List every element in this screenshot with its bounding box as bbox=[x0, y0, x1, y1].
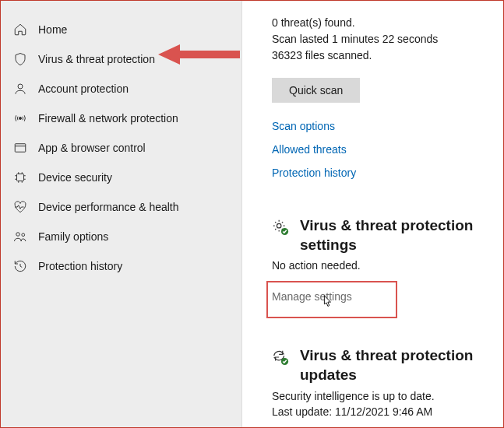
sidebar-item-label: Device security bbox=[38, 171, 112, 184]
family-icon bbox=[13, 230, 27, 244]
updates-section: Virus & threat protection updates Securi… bbox=[272, 346, 494, 417]
sidebar-item-label: Account protection bbox=[38, 82, 129, 95]
settings-section-sub: No action needed. bbox=[272, 259, 494, 272]
sidebar-item-history[interactable]: Protection history bbox=[1, 251, 241, 281]
sidebar-item-home[interactable]: Home bbox=[1, 15, 241, 44]
svg-point-4 bbox=[16, 233, 20, 237]
threats-found: 0 threat(s) found. bbox=[272, 15, 494, 31]
scan-duration: Scan lasted 1 minutes 22 seconds bbox=[272, 31, 494, 47]
updates-section-title: Virus & threat protection updates bbox=[300, 346, 486, 384]
sidebar-item-app-browser[interactable]: App & browser control bbox=[1, 133, 241, 163]
protection-history-link[interactable]: Protection history bbox=[272, 167, 494, 179]
svg-point-1 bbox=[19, 118, 22, 120]
history-icon bbox=[13, 259, 27, 273]
person-icon bbox=[13, 82, 27, 96]
chip-icon bbox=[13, 170, 27, 184]
refresh-check-icon bbox=[272, 349, 289, 366]
allowed-threats-link[interactable]: Allowed threats bbox=[272, 143, 494, 156]
sidebar-item-family[interactable]: Family options bbox=[1, 222, 241, 251]
settings-section: Virus & threat protection settings No ac… bbox=[272, 216, 494, 317]
shield-icon bbox=[13, 52, 27, 66]
sidebar-item-device-security[interactable]: Device security bbox=[1, 163, 241, 192]
svg-rect-2 bbox=[15, 144, 26, 153]
sidebar-item-label: Family options bbox=[38, 230, 108, 243]
quick-scan-button[interactable]: Quick scan bbox=[272, 78, 360, 103]
home-icon bbox=[13, 23, 27, 37]
files-scanned: 36323 files scanned. bbox=[272, 47, 494, 64]
sidebar: Home Virus & threat protection Account p… bbox=[1, 1, 242, 427]
updates-last: Last update: 11/12/2021 9:46 AM bbox=[272, 405, 494, 418]
svg-rect-3 bbox=[17, 174, 24, 181]
main-panel: 0 threat(s) found. Scan lasted 1 minutes… bbox=[242, 1, 503, 427]
window-icon bbox=[13, 141, 27, 155]
sidebar-item-label: App & browser control bbox=[38, 142, 146, 154]
svg-point-7 bbox=[277, 223, 281, 228]
sidebar-item-virus[interactable]: Virus & threat protection bbox=[1, 44, 241, 74]
settings-section-title: Virus & threat protection settings bbox=[300, 216, 486, 254]
antenna-icon bbox=[13, 111, 27, 125]
scan-options-link[interactable]: Scan options bbox=[272, 120, 494, 132]
updates-section-sub: Security intelligence is up to date. bbox=[272, 390, 494, 402]
sidebar-item-label: Protection history bbox=[38, 260, 122, 272]
svg-point-5 bbox=[22, 233, 25, 237]
sidebar-item-account[interactable]: Account protection bbox=[1, 74, 241, 103]
gear-check-icon bbox=[272, 219, 289, 236]
sidebar-item-label: Virus & threat protection bbox=[38, 53, 155, 65]
sidebar-item-label: Home bbox=[38, 23, 67, 36]
sidebar-item-label: Firewall & network protection bbox=[38, 112, 178, 125]
heart-pulse-icon bbox=[13, 200, 27, 214]
manage-settings-link[interactable]: Manage settings bbox=[272, 290, 352, 303]
sidebar-item-firewall[interactable]: Firewall & network protection bbox=[1, 103, 241, 133]
sidebar-item-label: Device performance & health bbox=[38, 201, 179, 213]
sidebar-item-performance[interactable]: Device performance & health bbox=[1, 192, 241, 222]
svg-point-0 bbox=[18, 84, 23, 89]
